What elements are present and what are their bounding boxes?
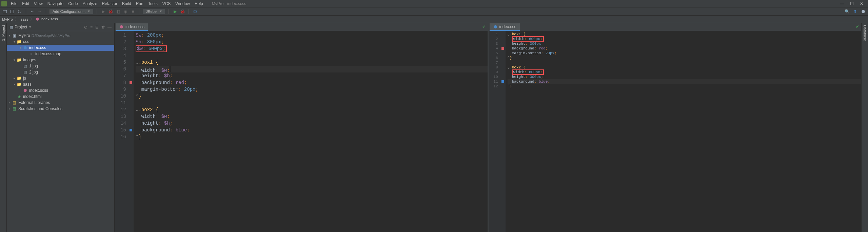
project-tool-tab[interactable]: 1: Project bbox=[1, 25, 5, 41]
save-all-icon[interactable] bbox=[9, 9, 15, 14]
profile-icon[interactable]: ◉ bbox=[123, 9, 128, 14]
tree-item[interactable]: ▫index.css.map bbox=[7, 51, 114, 57]
sync-icon[interactable] bbox=[17, 9, 22, 14]
expand-arrow-icon[interactable]: ▸ bbox=[7, 107, 12, 110]
project-root[interactable]: ▾ ▣ MyPro D:\Develop\Web\MyPro bbox=[7, 33, 114, 39]
expand-arrow-icon[interactable]: ▾ bbox=[12, 58, 16, 62]
line-gutter: 12345678910111213141516 bbox=[115, 31, 129, 232]
editor-tabs: ⬢ index.scss ✔ bbox=[115, 23, 488, 31]
tree-item[interactable]: ▧2.jpg bbox=[7, 69, 114, 75]
jrebel-debug-icon[interactable]: 🐞 bbox=[180, 9, 185, 14]
tree-item[interactable]: ▸📁js bbox=[7, 75, 114, 81]
updates-icon[interactable]: ⬆ bbox=[852, 9, 858, 14]
menu-edit[interactable]: Edit bbox=[20, 1, 31, 7]
chevron-down-icon[interactable]: ▼ bbox=[28, 25, 32, 29]
collapse-all-icon[interactable]: ⊟ bbox=[95, 25, 99, 29]
tree-item[interactable]: ▧1.jpg bbox=[7, 63, 114, 69]
hide-icon[interactable]: — bbox=[107, 25, 112, 29]
code-area[interactable]: $w: 200px; $h: 300px; $w: 600px; ⌄.box1 … bbox=[134, 31, 488, 232]
chevron-down-icon: ▼ bbox=[87, 10, 90, 13]
css-icon: ⬢ bbox=[22, 45, 28, 50]
close-button[interactable]: ✕ bbox=[860, 1, 863, 6]
separator bbox=[189, 9, 189, 14]
tree-label: index.css.map bbox=[35, 51, 61, 56]
menu-window[interactable]: Window bbox=[173, 1, 192, 7]
inspection-ok-icon[interactable]: ✔ bbox=[856, 24, 859, 29]
expand-arrow-icon[interactable]: ▾ bbox=[18, 46, 22, 49]
tree-label: MyPro bbox=[18, 33, 30, 38]
expand-arrow-icon[interactable]: ▾ bbox=[7, 34, 12, 37]
expand-all-icon[interactable]: ≡ bbox=[90, 25, 93, 29]
run-icon[interactable]: ▶ bbox=[100, 9, 106, 14]
expand-arrow-icon[interactable]: ▾ bbox=[12, 40, 16, 43]
jrebel-combo[interactable]: JRebel ▼ bbox=[143, 9, 165, 14]
code-area[interactable]: ⌄.box1 { width: 600px; height: 300px; ba… bbox=[506, 31, 862, 232]
menu-refactor[interactable]: Refactor bbox=[100, 1, 119, 7]
tree-item[interactable]: ▾📁css bbox=[7, 39, 114, 45]
expand-arrow-icon[interactable]: ▾ bbox=[12, 83, 16, 86]
tree-label: js bbox=[23, 76, 26, 81]
scratches[interactable]: ▸ ▦ Scratches and Consoles bbox=[7, 106, 114, 112]
menu-help[interactable]: Help bbox=[193, 1, 205, 7]
menu-file[interactable]: File bbox=[9, 1, 19, 7]
gear-icon[interactable]: ✿ bbox=[101, 25, 105, 29]
expand-arrow-icon[interactable]: ▸ bbox=[12, 77, 16, 80]
database-tool-tab[interactable]: Database bbox=[863, 25, 867, 41]
menu-run[interactable]: Run bbox=[134, 1, 145, 7]
tree-item[interactable]: ⬢index.scss bbox=[7, 87, 114, 93]
right-tool-stripe: Database bbox=[861, 23, 868, 232]
svg-rect-1 bbox=[11, 10, 14, 13]
breadcrumb-item[interactable]: sass bbox=[21, 17, 28, 21]
tree-item[interactable]: ◈index.html bbox=[7, 93, 114, 100]
tool-icon[interactable]: ⬡ bbox=[192, 9, 198, 14]
tab-label: index.scss bbox=[125, 24, 144, 29]
editor-tab[interactable]: ⬢ index.scss bbox=[116, 23, 148, 31]
breadcrumb-item[interactable]: ⬢ index.scss bbox=[36, 17, 58, 21]
menu-tools[interactable]: Tools bbox=[146, 1, 160, 7]
tree-item[interactable]: ▾📁images bbox=[7, 57, 114, 63]
tree-item[interactable]: ▾⬢index.css bbox=[7, 45, 114, 51]
scroll-from-source-icon[interactable]: ⊙ bbox=[84, 25, 87, 29]
title-bar: File Edit View Navigate Code Analyze Ref… bbox=[0, 0, 868, 7]
breadcrumb-item[interactable]: MyPro bbox=[2, 17, 13, 21]
folder-icon: 📁 bbox=[16, 82, 22, 87]
settings-icon[interactable]: ⬣ bbox=[861, 9, 866, 14]
menu-analyze[interactable]: Analyze bbox=[81, 1, 99, 7]
tree-label: index.scss bbox=[29, 88, 48, 93]
project-header: ▤ Project ▼ ⊙ ≡ ⊟ ✿ — bbox=[7, 23, 114, 31]
editor-tabs: ⬢ index.css ✔ bbox=[489, 23, 862, 31]
back-icon[interactable]: ← bbox=[29, 9, 35, 14]
file-icon: ▫ bbox=[28, 51, 34, 57]
menu-build[interactable]: Build bbox=[120, 1, 133, 7]
menu-vcs[interactable]: VCS bbox=[160, 1, 173, 7]
scss-icon: ⬢ bbox=[22, 88, 28, 93]
menu-navigate[interactable]: Navigate bbox=[45, 1, 65, 7]
stop-icon[interactable]: ■ bbox=[130, 9, 136, 14]
folder-icon: 📁 bbox=[16, 57, 22, 63]
tree-item[interactable]: ▾📁sass bbox=[7, 81, 114, 87]
jrebel-run-icon[interactable]: ▶ bbox=[172, 9, 178, 14]
code-editor[interactable]: 12345678910111213141516 $w: 200px; $h: 3… bbox=[115, 31, 488, 232]
coverage-icon[interactable]: ◧ bbox=[115, 9, 121, 14]
project-panel: ▤ Project ▼ ⊙ ≡ ⊟ ✿ — ▾ ▣ MyPro D:\Devel… bbox=[7, 23, 115, 232]
minimize-button[interactable]: — bbox=[840, 1, 844, 6]
menu-view[interactable]: View bbox=[32, 1, 45, 7]
maximize-button[interactable]: ☐ bbox=[850, 1, 854, 6]
editor-right: ⬢ index.css ✔ 123456789101112 ⌄.box1 { w… bbox=[489, 23, 862, 232]
editor-tab[interactable]: ⬢ index.css bbox=[490, 23, 520, 31]
expand-arrow-icon[interactable]: ▸ bbox=[7, 101, 12, 104]
menu-code[interactable]: Code bbox=[66, 1, 80, 7]
tree-label: Scratches and Consoles bbox=[18, 106, 62, 111]
code-editor[interactable]: 123456789101112 ⌄.box1 { width: 600px; h… bbox=[489, 31, 862, 232]
jrebel-label: JRebel bbox=[146, 9, 157, 14]
debug-icon[interactable]: 🐞 bbox=[108, 9, 113, 14]
tree-label: css bbox=[23, 39, 29, 44]
run-config-combo[interactable]: Add Configuration... ▼ bbox=[50, 9, 93, 14]
forward-icon[interactable]: → bbox=[37, 9, 42, 14]
inspection-ok-icon[interactable]: ✔ bbox=[482, 24, 486, 29]
search-icon[interactable]: 🔍 bbox=[844, 9, 850, 14]
project-tree[interactable]: ▾ ▣ MyPro D:\Develop\Web\MyPro ▾📁css▾⬢in… bbox=[7, 31, 114, 232]
external-libraries[interactable]: ▸ ▥ External Libraries bbox=[7, 100, 114, 106]
open-icon[interactable] bbox=[2, 9, 7, 14]
breadcrumb: MyPro 〉 sass 〉 ⬢ index.scss bbox=[0, 16, 868, 23]
